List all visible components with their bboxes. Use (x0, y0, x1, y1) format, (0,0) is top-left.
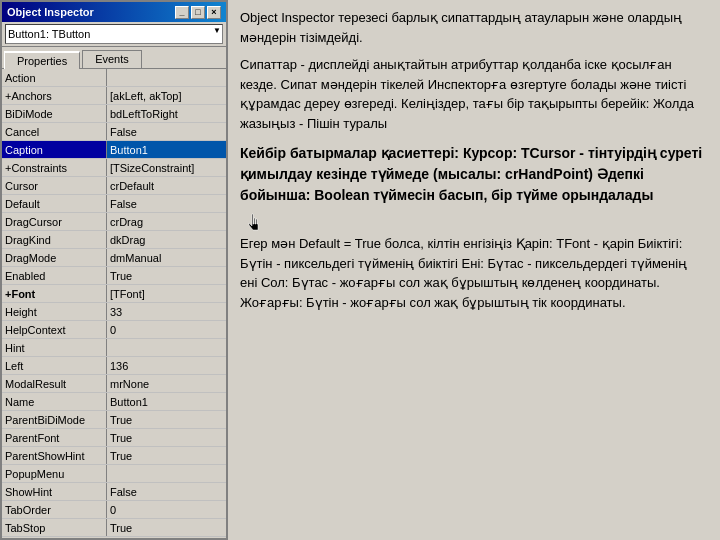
table-row[interactable]: Height33 (2, 303, 226, 321)
window-title: Object Inspector (7, 6, 94, 18)
prop-name: Left (2, 357, 107, 374)
prop-value: 136 (107, 357, 226, 374)
prop-name: +Anchors (2, 87, 107, 104)
prop-value: True (107, 429, 226, 446)
prop-value (107, 339, 226, 356)
description-paragraph3: Егер мән Default = True болса, кілтін ен… (240, 234, 708, 312)
title-bar-buttons: _ □ × (175, 6, 221, 19)
prop-name: ParentFont (2, 429, 107, 446)
prop-name: Caption (2, 141, 107, 158)
table-row[interactable]: CaptionButton1 (2, 141, 226, 159)
prop-value: 33 (107, 303, 226, 320)
maximize-button[interactable]: □ (191, 6, 205, 19)
table-row[interactable]: +Anchors[akLeft, akTop] (2, 87, 226, 105)
prop-name: +Font (2, 285, 107, 302)
prop-name: ParentBiDiMode (2, 411, 107, 428)
prop-value: crDrag (107, 213, 226, 230)
table-row[interactable]: ParentFontTrue (2, 429, 226, 447)
table-row[interactable]: HelpContext0 (2, 321, 226, 339)
prop-value: crDefault (107, 177, 226, 194)
prop-name: DragCursor (2, 213, 107, 230)
prop-value: False (107, 123, 226, 140)
table-row[interactable]: +Constraints[TSizeConstraint] (2, 159, 226, 177)
prop-value: [TSizeConstraint] (107, 159, 226, 176)
prop-value: True (107, 519, 226, 536)
prop-value: dmManual (107, 249, 226, 266)
prop-name: TabStop (2, 519, 107, 536)
prop-value: [TFont] (107, 285, 226, 302)
table-row[interactable]: NameButton1 (2, 393, 226, 411)
prop-value (107, 69, 226, 86)
properties-table: Action+Anchors[akLeft, akTop]BiDiModebdL… (2, 69, 226, 538)
prop-value: True (107, 447, 226, 464)
table-row[interactable]: EnabledTrue (2, 267, 226, 285)
prop-name: Name (2, 393, 107, 410)
prop-name: DragKind (2, 231, 107, 248)
component-dropdown-wrapper: Button1: TButton (5, 24, 223, 44)
table-row[interactable]: TabStopTrue (2, 519, 226, 537)
prop-name: HelpContext (2, 321, 107, 338)
table-row[interactable]: TabOrder0 (2, 501, 226, 519)
prop-name: Action (2, 69, 107, 86)
table-row[interactable]: ModalResultmrNone (2, 375, 226, 393)
table-row[interactable]: ParentBiDiModeTrue (2, 411, 226, 429)
minimize-button[interactable]: _ (175, 6, 189, 19)
title-bar: Object Inspector _ □ × (2, 2, 226, 22)
prop-name: BiDiMode (2, 105, 107, 122)
prop-value: bdLeftToRight (107, 105, 226, 122)
description-paragraph1: Object Inspector терезесі барлық сипатта… (240, 8, 708, 47)
prop-name: ParentShowHint (2, 447, 107, 464)
prop-value: [akLeft, akTop] (107, 87, 226, 104)
prop-name: Enabled (2, 267, 107, 284)
table-row[interactable]: DragKinddkDrag (2, 231, 226, 249)
table-row[interactable]: Hint (2, 339, 226, 357)
prop-name: Cancel (2, 123, 107, 140)
close-button[interactable]: × (207, 6, 221, 19)
prop-value: mrNone (107, 375, 226, 392)
prop-value: Button1 (107, 393, 226, 410)
tab-events[interactable]: Events (82, 50, 142, 68)
tab-properties[interactable]: Properties (4, 51, 80, 69)
prop-value: Button1 (107, 141, 226, 158)
table-row[interactable]: PopupMenu (2, 465, 226, 483)
prop-name: Cursor (2, 177, 107, 194)
tabs-bar: Properties Events (2, 47, 226, 69)
prop-value: True (107, 267, 226, 284)
component-dropdown-bar: Button1: TButton (2, 22, 226, 47)
table-row[interactable]: +Font[TFont] (2, 285, 226, 303)
prop-value: True (107, 411, 226, 428)
table-row[interactable]: CursorcrDefault (2, 177, 226, 195)
description-paragraph2: Сипаттар - дисплейді анықтайтын атрибутт… (240, 55, 708, 133)
cursor-hand-icon (244, 212, 266, 234)
prop-name: TabOrder (2, 501, 107, 518)
table-row[interactable]: ParentShowHintTrue (2, 447, 226, 465)
prop-name: Hint (2, 339, 107, 356)
prop-name: PopupMenu (2, 465, 107, 482)
prop-name: +Constraints (2, 159, 107, 176)
prop-value: False (107, 195, 226, 212)
description-heading: Кейбір батырмалар қасиеттері: Курсор: TC… (240, 143, 708, 206)
prop-name: Default (2, 195, 107, 212)
prop-name: ModalResult (2, 375, 107, 392)
table-row[interactable]: DragCursorcrDrag (2, 213, 226, 231)
component-dropdown[interactable]: Button1: TButton (5, 24, 223, 44)
table-row[interactable]: BiDiModebdLeftToRight (2, 105, 226, 123)
table-row[interactable]: Left136 (2, 357, 226, 375)
prop-value (107, 465, 226, 482)
table-row[interactable]: DragModedmManual (2, 249, 226, 267)
prop-value: 0 (107, 501, 226, 518)
prop-value: 0 (107, 321, 226, 338)
prop-name: ShowHint (2, 483, 107, 500)
prop-name: DragMode (2, 249, 107, 266)
table-row[interactable]: DefaultFalse (2, 195, 226, 213)
description-panel: Object Inspector терезесі барлық сипатта… (228, 0, 720, 540)
table-row[interactable]: Action (2, 69, 226, 87)
table-row[interactable]: ShowHintFalse (2, 483, 226, 501)
prop-value: False (107, 483, 226, 500)
table-row[interactable]: CancelFalse (2, 123, 226, 141)
prop-value: dkDrag (107, 231, 226, 248)
object-inspector-panel: Object Inspector _ □ × Button1: TButton … (0, 0, 228, 540)
prop-name: Height (2, 303, 107, 320)
